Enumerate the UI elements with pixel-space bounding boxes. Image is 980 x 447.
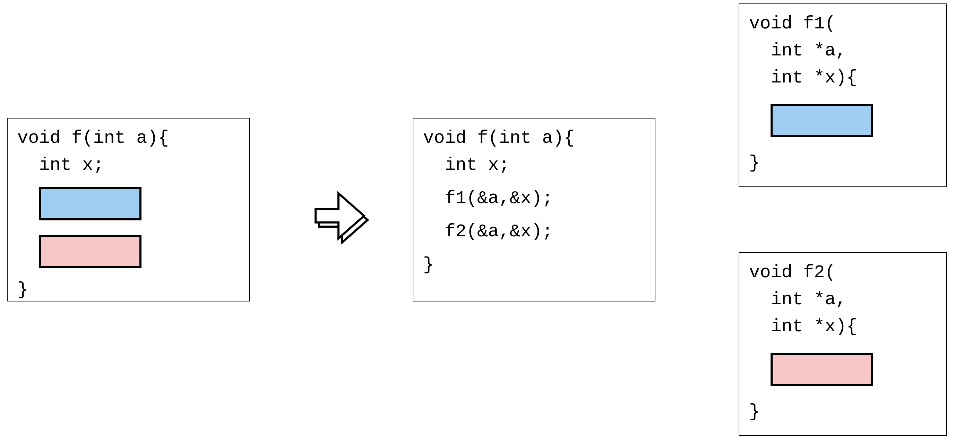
code-line: void f(int a){ (18, 125, 239, 152)
code-block-blue (39, 187, 142, 220)
code-line: } (423, 252, 645, 279)
code-line: void f1( (749, 10, 936, 37)
code-line: f1(&a,&x); (423, 185, 645, 212)
code-line: int *x){ (749, 65, 936, 92)
code-line: int *a, (749, 286, 936, 313)
code-line: int *a, (749, 37, 936, 65)
code-block-pink (39, 235, 142, 268)
code-line: void f(int a){ (423, 125, 645, 152)
code-line: int *x){ (749, 313, 936, 340)
code-line: int x; (423, 152, 645, 179)
code-line: f2(&a,&x); (423, 218, 645, 245)
code-line: void f2( (749, 259, 936, 286)
code-block-pink (770, 353, 873, 386)
panel-function-f1: void f1( int *a, int *x){ } (739, 3, 947, 187)
panel-function-f2: void f2( int *a, int *x){ } (739, 252, 947, 436)
transform-arrow-icon (309, 187, 374, 253)
code-block-blue (770, 104, 873, 137)
code-line: } (18, 276, 239, 304)
panel-original-function: void f(int a){ int x; } (7, 118, 250, 301)
code-line: int x; (18, 152, 239, 179)
panel-transformed-function: void f(int a){ int x; f1(&a,&x); f2(&a,&… (413, 118, 655, 301)
code-line: } (749, 150, 936, 177)
code-line: } (749, 398, 936, 425)
